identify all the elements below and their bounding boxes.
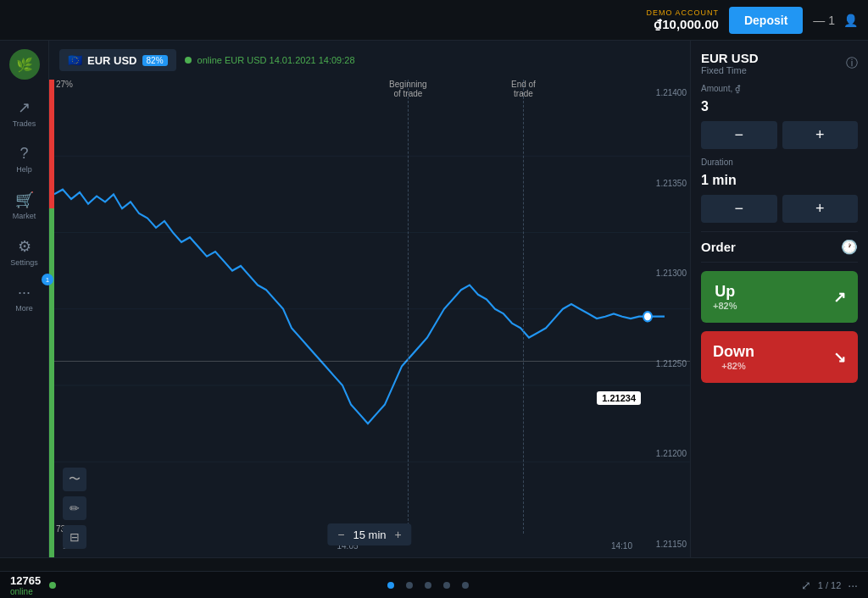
sidebar-item-settings[interactable]: ⚙ Settings [0,230,48,274]
sidebar-label-help: Help [16,165,32,174]
duration-label: Duration [701,158,858,167]
panel-asset-sub: Fixed Time [701,65,759,75]
amount-minus-button[interactable]: − [701,121,777,149]
sidebar-item-help[interactable]: ? Help [0,138,48,180]
chart-canvas [54,80,690,557]
price-label-2: 1.21300 [644,269,687,278]
asset-badge[interactable]: 🇪🇺 EUR USD 82% [59,49,176,71]
sidebar-logo: 🌿 [9,49,40,80]
current-price-tag: 1.21234 [597,391,641,405]
deposit-button[interactable]: Deposit [729,7,803,34]
timeframe-label: 15 min [353,529,386,541]
order-row: Order 🕐 [701,231,858,263]
status-dot [49,582,56,589]
nav-dot-4[interactable] [443,582,450,589]
page-counter: 1 / 12 [818,580,842,590]
demo-balance: ₫10,000.00 [646,17,719,32]
mini-nav-dots [387,582,469,589]
price-label-1: 1.21350 [644,179,687,188]
panel-asset-name: EUR USD [701,51,759,65]
price-labels: 1.21400 1.21350 1.21300 1.21250 1.21200 … [641,80,690,557]
help-icon: ? [19,145,28,163]
market-icon: 🛒 [15,191,34,209]
chart-area: 27% 73% 🇪🇺 EUR USD 82% online EUR USD 14… [49,41,690,557]
up-pct: +82% [713,301,737,311]
bottom-mini-bar: 12765 online ⤢ 1 / 12 ··· [0,571,868,598]
nav-dot-2[interactable] [406,582,413,589]
expand-icon[interactable]: ⤢ [801,579,811,592]
amount-controls: − + [701,121,858,149]
price-label-5: 1.21150 [644,540,687,549]
user-icon[interactable]: 👤 [843,14,858,27]
duration-controls: − + [701,195,858,223]
end-label: End oftrade [511,80,536,98]
trades-icon: ↗ [18,98,31,117]
up-button[interactable]: Up +82% ↗ [701,271,858,323]
amount-field: Amount, ₫ 3 − + [701,84,858,149]
account-number-icon: — 1 [813,14,835,27]
line-tool-button[interactable]: 〜 [63,468,86,491]
down-label: Down [713,343,754,361]
panel-title-row: EUR USD Fixed Time ⓘ [701,51,858,75]
order-clock-icon[interactable]: 🕐 [841,239,858,255]
sidebar-label-settings: Settings [10,258,38,267]
time-label-2: 14:10 [611,541,632,551]
mini-status: online [10,587,33,596]
zoom-out-button[interactable]: − [337,528,344,541]
chart-subtitle: online EUR USD 14.01.2021 14:09:28 [185,55,355,65]
price-line [54,190,665,424]
info-icon[interactable]: ⓘ [846,56,858,71]
sidebar-item-trades[interactable]: ↗ Trades [0,91,48,135]
chart-tools: 〜 ✏ ⊟ [63,468,86,549]
beginning-vline [408,80,409,534]
sidebar-item-market[interactable]: 🛒 Market [0,184,48,227]
online-dot [185,57,192,64]
beginning-label: Beginningof trade [389,80,426,98]
sidebar: 🌿 ↗ Trades ? Help 🛒 Market ⚙ Settings ··… [0,41,49,557]
zoom-in-button[interactable]: + [395,528,402,541]
draw-tool-button[interactable]: ✏ [63,496,86,520]
amount-plus-button[interactable]: + [782,121,859,149]
more-icon: ··· [18,284,31,302]
crosshair-hline [54,361,690,362]
asset-flag: 🇪🇺 [68,53,82,67]
header: DEMO ACCOUNT ₫10,000.00 Deposit — 1 👤 [0,0,868,41]
duration-minus-button[interactable]: − [701,195,777,223]
price-label-0: 1.21400 [644,88,687,97]
up-arrow-icon: ↗ [833,288,846,307]
sidebar-item-more[interactable]: ··· 1 More [0,277,48,319]
sidebar-label-trades: Trades [13,119,36,128]
duration-field: Duration 1 min − + [701,158,858,223]
price-label-4: 1.21200 [644,449,687,458]
down-arrow-icon: ↘ [833,348,846,367]
settings-icon: ⚙ [18,237,31,256]
more-badge: 1 [42,274,53,285]
chart-svg [54,80,690,557]
duration-value: 1 min [701,169,858,191]
header-icons: — 1 👤 [813,14,858,27]
down-pct: +82% [713,361,754,371]
mini-value: 12765 [10,574,42,587]
down-button[interactable]: Down +82% ↘ [701,331,858,383]
time-control: − 15 min + [327,523,411,545]
chart-header: 🇪🇺 EUR USD 82% online EUR USD 14.01.2021… [49,41,690,80]
amount-label: Amount, ₫ [701,84,858,93]
up-label: Up [713,283,737,301]
end-vline [523,80,524,534]
more-dots-icon[interactable]: ··· [848,579,858,592]
nav-dot-3[interactable] [425,582,431,589]
sidebar-label-more: More [15,304,33,313]
right-panel: EUR USD Fixed Time ⓘ Amount, ₫ 3 − + Dur… [690,41,868,557]
order-label: Order [701,240,736,254]
nav-dot-1[interactable] [387,582,394,589]
amount-value: 3 [701,96,858,118]
panel-tool-button[interactable]: ⊟ [63,525,86,549]
demo-label: DEMO ACCOUNT [646,8,719,17]
pct-badge: 82% [142,55,168,66]
demo-account: DEMO ACCOUNT ₫10,000.00 [646,8,719,32]
asset-name-chart: EUR USD [87,54,137,67]
nav-dot-5[interactable] [462,582,469,589]
duration-plus-button[interactable]: + [782,195,859,223]
sidebar-label-market: Market [13,212,36,220]
